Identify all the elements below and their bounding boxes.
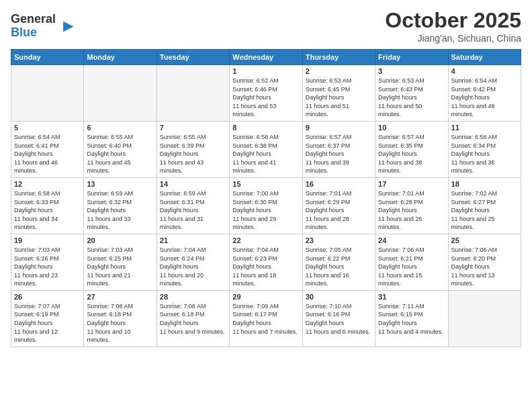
day-number: 31 <box>378 293 445 301</box>
day-number: 7 <box>160 124 226 132</box>
day-info: Sunrise: 7:07 AMSunset: 6:19 PMDaylight … <box>14 302 81 345</box>
day-number: 2 <box>306 67 372 75</box>
day-number: 9 <box>306 124 372 132</box>
calendar-cell: 8Sunrise: 6:56 AMSunset: 6:38 PMDaylight… <box>230 121 302 177</box>
day-info: Sunrise: 7:09 AMSunset: 6:17 PMDaylight … <box>232 302 299 336</box>
calendar-cell: 20Sunrise: 7:03 AMSunset: 6:25 PMDayligh… <box>84 234 157 290</box>
day-info: Sunrise: 6:57 AMSunset: 6:37 PMDaylight … <box>306 133 372 175</box>
calendar-cell: 23Sunrise: 7:05 AMSunset: 6:22 PMDayligh… <box>302 234 375 290</box>
header: General Blue ► October 2025 Jiang'an, Si… <box>11 8 521 44</box>
logo: General Blue ► <box>11 13 77 40</box>
header-tuesday: Tuesday <box>157 50 229 65</box>
day-number: 15 <box>232 180 299 188</box>
calendar-cell: 12Sunrise: 6:58 AMSunset: 6:33 PMDayligh… <box>11 177 84 234</box>
calendar-cell: 26Sunrise: 7:07 AMSunset: 6:19 PMDayligh… <box>11 290 84 347</box>
calendar-cell: 5Sunrise: 6:54 AMSunset: 6:41 PMDaylight… <box>11 121 84 177</box>
day-info: Sunrise: 6:59 AMSunset: 6:32 PMDaylight … <box>87 189 153 232</box>
calendar-cell: 7Sunrise: 6:55 AMSunset: 6:39 PMDaylight… <box>157 121 229 177</box>
title-section: October 2025 Jiang'an, Sichuan, China <box>385 8 521 44</box>
day-info: Sunrise: 7:06 AMSunset: 6:20 PMDaylight … <box>451 246 518 288</box>
logo-icon: ► <box>60 15 77 36</box>
calendar-week-3: 19Sunrise: 7:03 AMSunset: 6:26 PMDayligh… <box>11 234 521 290</box>
day-info: Sunrise: 7:08 AMSunset: 6:18 PMDaylight … <box>87 302 153 345</box>
day-info: Sunrise: 6:58 AMSunset: 6:33 PMDaylight … <box>14 189 81 232</box>
day-number: 22 <box>232 236 299 244</box>
calendar-cell: 15Sunrise: 7:00 AMSunset: 6:30 PMDayligh… <box>230 177 302 234</box>
calendar-cell <box>84 65 157 122</box>
month-title: October 2025 <box>385 8 521 33</box>
weekday-header-row: Sunday Monday Tuesday Wednesday Thursday… <box>11 50 521 65</box>
calendar-cell: 1Sunrise: 6:52 AMSunset: 6:46 PMDaylight… <box>230 65 302 122</box>
day-number: 17 <box>378 180 445 188</box>
day-number: 25 <box>451 236 518 244</box>
day-info: Sunrise: 7:04 AMSunset: 6:24 PMDaylight … <box>160 246 226 288</box>
day-number: 13 <box>87 180 153 188</box>
calendar-week-2: 12Sunrise: 6:58 AMSunset: 6:33 PMDayligh… <box>11 177 521 234</box>
day-number: 3 <box>378 67 445 75</box>
day-info: Sunrise: 7:10 AMSunset: 6:16 PMDaylight … <box>306 302 372 336</box>
calendar-cell: 28Sunrise: 7:08 AMSunset: 6:18 PMDayligh… <box>157 290 229 347</box>
calendar-cell: 19Sunrise: 7:03 AMSunset: 6:26 PMDayligh… <box>11 234 84 290</box>
calendar-cell: 18Sunrise: 7:02 AMSunset: 6:27 PMDayligh… <box>448 177 521 234</box>
calendar-cell: 9Sunrise: 6:57 AMSunset: 6:37 PMDaylight… <box>302 121 375 177</box>
calendar-week-1: 5Sunrise: 6:54 AMSunset: 6:41 PMDaylight… <box>11 121 521 177</box>
header-thursday: Thursday <box>302 50 375 65</box>
day-number: 6 <box>87 124 153 132</box>
day-info: Sunrise: 7:01 AMSunset: 6:29 PMDaylight … <box>306 189 372 232</box>
day-info: Sunrise: 7:01 AMSunset: 6:28 PMDaylight … <box>378 189 445 232</box>
day-info: Sunrise: 7:00 AMSunset: 6:30 PMDaylight … <box>232 189 299 232</box>
day-number: 21 <box>160 236 226 244</box>
day-info: Sunrise: 6:55 AMSunset: 6:39 PMDaylight … <box>160 133 226 175</box>
calendar-cell: 22Sunrise: 7:04 AMSunset: 6:23 PMDayligh… <box>230 234 302 290</box>
day-number: 23 <box>306 236 372 244</box>
day-number: 10 <box>378 124 445 132</box>
day-number: 18 <box>451 180 518 188</box>
calendar-cell: 11Sunrise: 6:58 AMSunset: 6:34 PMDayligh… <box>448 121 521 177</box>
day-info: Sunrise: 7:05 AMSunset: 6:22 PMDaylight … <box>306 246 372 288</box>
day-number: 24 <box>378 236 445 244</box>
calendar-week-4: 26Sunrise: 7:07 AMSunset: 6:19 PMDayligh… <box>11 290 521 347</box>
header-friday: Friday <box>375 50 448 65</box>
calendar-cell: 4Sunrise: 6:54 AMSunset: 6:42 PMDaylight… <box>448 65 521 122</box>
calendar-cell: 17Sunrise: 7:01 AMSunset: 6:28 PMDayligh… <box>375 177 448 234</box>
calendar-cell: 14Sunrise: 6:59 AMSunset: 6:31 PMDayligh… <box>157 177 229 234</box>
calendar-cell: 24Sunrise: 7:06 AMSunset: 6:21 PMDayligh… <box>375 234 448 290</box>
calendar-cell: 16Sunrise: 7:01 AMSunset: 6:29 PMDayligh… <box>302 177 375 234</box>
day-info: Sunrise: 6:56 AMSunset: 6:38 PMDaylight … <box>232 133 299 175</box>
day-number: 11 <box>451 124 518 132</box>
day-number: 27 <box>87 293 153 301</box>
day-info: Sunrise: 7:08 AMSunset: 6:18 PMDaylight … <box>160 302 226 336</box>
calendar-week-0: 1Sunrise: 6:52 AMSunset: 6:46 PMDaylight… <box>11 65 521 122</box>
header-sunday: Sunday <box>11 50 84 65</box>
day-info: Sunrise: 7:06 AMSunset: 6:21 PMDaylight … <box>378 246 445 288</box>
calendar-cell: 27Sunrise: 7:08 AMSunset: 6:18 PMDayligh… <box>84 290 157 347</box>
day-info: Sunrise: 6:54 AMSunset: 6:42 PMDaylight … <box>451 77 518 119</box>
calendar-cell: 25Sunrise: 7:06 AMSunset: 6:20 PMDayligh… <box>448 234 521 290</box>
day-info: Sunrise: 6:53 AMSunset: 6:45 PMDaylight … <box>306 77 372 119</box>
day-number: 8 <box>232 124 299 132</box>
header-saturday: Saturday <box>448 50 521 65</box>
day-number: 28 <box>160 293 226 301</box>
day-info: Sunrise: 7:03 AMSunset: 6:25 PMDaylight … <box>87 246 153 288</box>
day-number: 20 <box>87 236 153 244</box>
day-number: 5 <box>14 124 81 132</box>
calendar-cell: 21Sunrise: 7:04 AMSunset: 6:24 PMDayligh… <box>157 234 229 290</box>
day-number: 4 <box>451 67 518 75</box>
calendar-cell <box>448 290 521 347</box>
calendar-cell <box>11 65 84 122</box>
header-monday: Monday <box>84 50 157 65</box>
day-number: 30 <box>306 293 372 301</box>
day-number: 19 <box>14 236 81 244</box>
calendar-cell: 2Sunrise: 6:53 AMSunset: 6:45 PMDaylight… <box>302 65 375 122</box>
day-info: Sunrise: 7:03 AMSunset: 6:26 PMDaylight … <box>14 246 81 288</box>
calendar-cell: 13Sunrise: 6:59 AMSunset: 6:32 PMDayligh… <box>84 177 157 234</box>
calendar-cell <box>157 65 229 122</box>
calendar-cell: 29Sunrise: 7:09 AMSunset: 6:17 PMDayligh… <box>230 290 302 347</box>
day-info: Sunrise: 6:58 AMSunset: 6:34 PMDaylight … <box>451 133 518 175</box>
day-info: Sunrise: 6:57 AMSunset: 6:35 PMDaylight … <box>378 133 445 175</box>
day-info: Sunrise: 6:55 AMSunset: 6:40 PMDaylight … <box>87 133 153 175</box>
day-info: Sunrise: 7:04 AMSunset: 6:23 PMDaylight … <box>232 246 299 288</box>
day-number: 29 <box>232 293 299 301</box>
calendar-cell: 31Sunrise: 7:11 AMSunset: 6:15 PMDayligh… <box>375 290 448 347</box>
day-info: Sunrise: 7:02 AMSunset: 6:27 PMDaylight … <box>451 189 518 232</box>
